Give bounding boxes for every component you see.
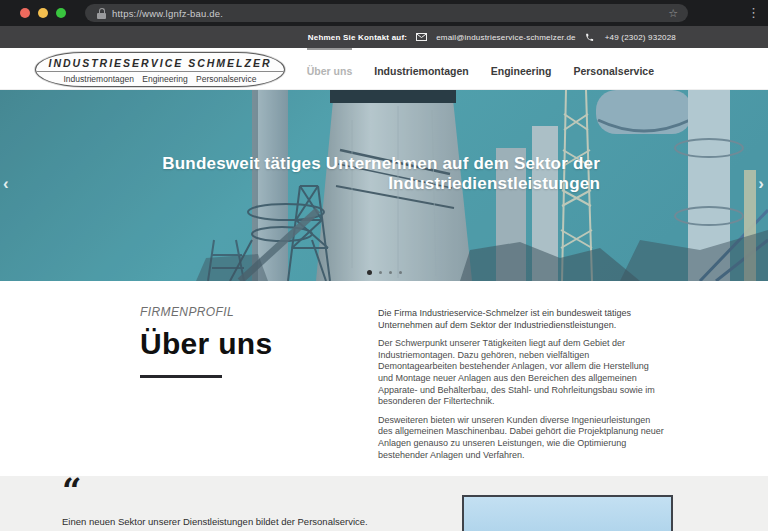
browser-window: https://www.lgnfz-bau.de. ☆ ⋮ Nehmen Sie… (0, 0, 768, 531)
about-section: FIRMENPROFIL Über uns Die Firma Industri… (0, 281, 768, 476)
hero-heading-line2: Industriedienstleistungen (162, 174, 600, 194)
contact-phone[interactable]: +49 (2302) 932028 (605, 33, 676, 42)
hero-heading: Bundesweit tätiges Unternehmen auf dem S… (162, 154, 600, 194)
browser-chrome: https://www.lgnfz-bau.de. ☆ ⋮ (0, 0, 768, 26)
address-bar[interactable]: https://www.lgnfz-bau.de. ☆ (85, 4, 688, 22)
email-icon (416, 33, 427, 41)
phone-icon (585, 33, 594, 42)
contact-topbar: Nehmen Sie Kontakt auf: email@industries… (0, 26, 768, 48)
site-header: INDUSTRIESERVICE SCHMELZER Industriemont… (0, 48, 768, 90)
nav-item-industriemontagen[interactable]: Industriemontagen (374, 48, 469, 90)
carousel-prev-arrow[interactable]: ‹ (3, 174, 9, 194)
nav-item-ueber-uns[interactable]: Über uns (307, 48, 353, 90)
about-heading-block: FIRMENPROFIL Über uns (140, 305, 272, 378)
about-paragraph: Die Firma Industrieservice-Schmelzer ist… (378, 308, 666, 331)
logo-title: INDUSTRIESERVICE SCHMELZER (36, 56, 284, 71)
nav-item-engineering[interactable]: Engineering (491, 48, 552, 90)
carousel-dot[interactable] (379, 271, 382, 274)
contact-label: Nehmen Sie Kontakt auf: (308, 33, 407, 42)
main-nav: Über uns Industriemontagen Engineering P… (307, 48, 654, 90)
quote-icon: “ (62, 470, 80, 510)
bookmark-star-icon[interactable]: ☆ (668, 7, 678, 20)
section-title: Über uns (140, 327, 272, 361)
carousel-next-arrow[interactable]: › (758, 174, 764, 194)
carousel-dots (0, 270, 768, 275)
personalservice-image (462, 495, 673, 531)
about-text-block: Die Firma Industrieservice-Schmelzer ist… (378, 308, 666, 468)
maximize-window-button[interactable] (56, 8, 66, 18)
carousel-dot[interactable] (389, 271, 392, 274)
carousel-dot[interactable] (399, 271, 402, 274)
window-controls (20, 8, 66, 18)
about-paragraph: Der Schwerpunkt unserer Tätigkeiten lieg… (378, 338, 666, 408)
hero-heading-line1: Bundesweit tätiges Unternehmen auf dem S… (162, 154, 600, 174)
personalservice-text: Einen neuen Sektor unserer Dienstleistun… (62, 516, 368, 527)
lock-icon (97, 8, 106, 19)
section-kicker: FIRMENPROFIL (140, 305, 272, 319)
minimize-window-button[interactable] (38, 8, 48, 18)
carousel-dot[interactable] (367, 270, 372, 275)
about-paragraph: Desweiteren bieten wir unseren Kunden di… (378, 415, 666, 461)
logo-services: Industriemontagen Engineering Personalse… (36, 72, 284, 84)
hero-slider: Bundesweit tätiges Unternehmen auf dem S… (0, 90, 768, 281)
personalservice-section: “ Einen neuen Sektor unserer Dienstleist… (0, 476, 768, 531)
close-window-button[interactable] (20, 8, 30, 18)
browser-menu-icon[interactable]: ⋮ (747, 2, 760, 24)
nav-item-personalservice[interactable]: Personalservice (573, 48, 654, 90)
title-rule (140, 375, 222, 378)
company-logo[interactable]: INDUSTRIESERVICE SCHMELZER Industriemont… (35, 52, 285, 87)
contact-email[interactable]: email@industrieservice-schmelzer.de (436, 33, 576, 42)
url-text[interactable]: https://www.lgnfz-bau.de. (112, 8, 668, 19)
